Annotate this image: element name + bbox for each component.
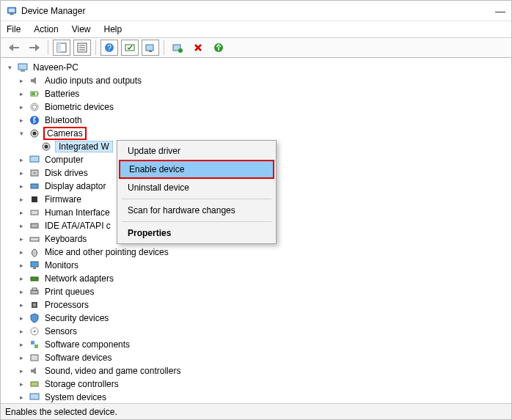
expand-icon[interactable]: ▸ [17, 274, 26, 283]
menu-help[interactable]: Help [104, 24, 122, 34]
tree-node-mice[interactable]: ▸Mice and other pointing devices [17, 246, 510, 259]
context-menu-properties[interactable]: Properties [119, 224, 274, 242]
expand-icon[interactable]: ▸ [17, 221, 26, 230]
svg-rect-43 [31, 290, 38, 294]
status-text: Enables the selected device. [5, 407, 117, 417]
collapse-icon[interactable]: ▾ [5, 63, 14, 72]
titlebar: Device Manager — ✕ [1, 1, 511, 21]
tree-node-print[interactable]: ▸Print queues [17, 285, 510, 298]
tree-node-security[interactable]: ▸Security devices [17, 312, 510, 325]
tree-node-processors[interactable]: ▸Processors [17, 298, 510, 312]
context-menu-scan-hardware[interactable]: Scan for hardware changes [119, 202, 274, 219]
enable-device-button[interactable] [210, 40, 227, 56]
shield-icon [29, 312, 40, 324]
svg-point-33 [34, 172, 35, 174]
expand-icon[interactable]: ▸ [17, 261, 26, 270]
expand-icon[interactable]: ▸ [17, 301, 26, 309]
toolbar-divider [95, 40, 96, 55]
expand-icon[interactable]: ▸ [17, 76, 26, 85]
tree-root[interactable]: ▾ Naveen-PC [5, 61, 510, 74]
back-button[interactable] [5, 40, 23, 56]
tree-node-software-components[interactable]: ▸Software components [17, 338, 510, 351]
menu-view[interactable]: View [72, 24, 91, 34]
storage-icon [29, 378, 40, 390]
tree-node-system[interactable]: ▸System devices [17, 391, 510, 403]
fingerprint-icon [29, 101, 40, 113]
disk-icon [29, 167, 40, 179]
cameras-label-highlight: Cameras [43, 127, 87, 140]
show-hide-tree-button[interactable] [53, 40, 70, 56]
tree-node-network[interactable]: ▸Network adapters [17, 272, 510, 285]
uninstall-device-button[interactable] [169, 40, 186, 56]
svg-rect-4 [29, 47, 35, 48]
context-menu-separator [122, 199, 271, 199]
svg-point-17 [178, 48, 183, 53]
svg-rect-15 [149, 51, 152, 52]
monitor-icon [29, 259, 40, 271]
svg-rect-23 [32, 92, 35, 95]
expand-icon[interactable]: ▸ [17, 380, 26, 388]
network-icon [29, 273, 40, 284]
update-driver-button[interactable] [142, 40, 159, 56]
svg-rect-42 [31, 277, 38, 281]
context-menu-update-driver[interactable]: Update driver [119, 142, 274, 160]
tree-node-monitors[interactable]: ▸Monitors [17, 259, 510, 272]
svg-point-28 [33, 132, 37, 136]
disable-device-button[interactable] [189, 40, 207, 56]
ide-icon [29, 220, 40, 232]
keyboard-icon [29, 233, 40, 245]
menu-file[interactable]: File [7, 24, 21, 34]
expand-icon[interactable]: ▸ [17, 393, 26, 402]
expand-icon[interactable]: ▸ [17, 366, 26, 375]
forward-button[interactable] [26, 40, 43, 56]
expand-icon[interactable]: ▸ [17, 235, 26, 243]
tree-node-biometric[interactable]: ▸Biometric devices [17, 100, 510, 114]
hid-icon [29, 207, 40, 218]
svg-point-39 [32, 249, 37, 257]
expand-icon[interactable]: ▸ [17, 195, 26, 204]
menu-action[interactable]: Action [34, 24, 58, 34]
svg-point-48 [34, 331, 36, 333]
svg-rect-36 [31, 210, 38, 215]
svg-point-25 [32, 105, 37, 109]
expand-icon[interactable]: ▸ [17, 155, 26, 164]
tree-node-audio[interactable]: ▸Audio inputs and outputs [17, 74, 510, 87]
svg-rect-49 [31, 341, 34, 345]
tree-node-sound[interactable]: ▸Sound, video and game controllers [17, 364, 510, 377]
context-menu-separator [122, 221, 271, 222]
minimize-button[interactable]: — [495, 5, 505, 17]
tree-node-bluetooth[interactable]: ▸Bluetooth [17, 114, 510, 127]
sensor-icon [29, 325, 40, 337]
tree-node-storage[interactable]: ▸Storage controllers [17, 377, 510, 391]
app-icon [7, 6, 17, 16]
svg-point-30 [45, 145, 48, 149]
expand-icon[interactable]: ▸ [17, 340, 26, 349]
collapse-icon[interactable]: ▾ [17, 129, 26, 138]
expand-icon[interactable]: ▸ [17, 327, 26, 336]
context-menu-uninstall-device[interactable]: Uninstall device [119, 179, 274, 196]
scan-hardware-button[interactable] [121, 40, 139, 56]
expand-icon[interactable]: ▸ [17, 287, 26, 296]
svg-rect-31 [30, 156, 39, 162]
help-button[interactable]: ? [100, 40, 118, 56]
speaker-icon [29, 75, 40, 86]
svg-rect-40 [31, 262, 38, 267]
expand-icon[interactable]: ▸ [17, 248, 26, 257]
properties-button[interactable] [73, 40, 91, 56]
expand-icon[interactable]: ▸ [17, 182, 26, 191]
tree-node-sensors[interactable]: ▸Sensors [17, 325, 510, 338]
expand-icon[interactable]: ▸ [17, 353, 26, 362]
context-menu-enable-device[interactable]: Enable device [119, 160, 274, 179]
tree-node-software-devices[interactable]: ▸Software devices [17, 351, 510, 364]
svg-rect-2 [10, 13, 13, 15]
expand-icon[interactable]: ▸ [17, 208, 26, 217]
expand-icon[interactable]: ▸ [17, 103, 26, 111]
svg-rect-41 [33, 268, 36, 269]
tree-node-cameras[interactable]: ▾Cameras [17, 127, 510, 140]
expand-icon[interactable]: ▸ [17, 314, 26, 323]
expand-icon[interactable]: ▸ [17, 169, 26, 177]
toolbar-divider [48, 40, 48, 55]
expand-icon[interactable]: ▸ [17, 116, 26, 125]
tree-node-batteries[interactable]: ▸Batteries [17, 87, 510, 100]
expand-icon[interactable]: ▸ [17, 89, 26, 98]
